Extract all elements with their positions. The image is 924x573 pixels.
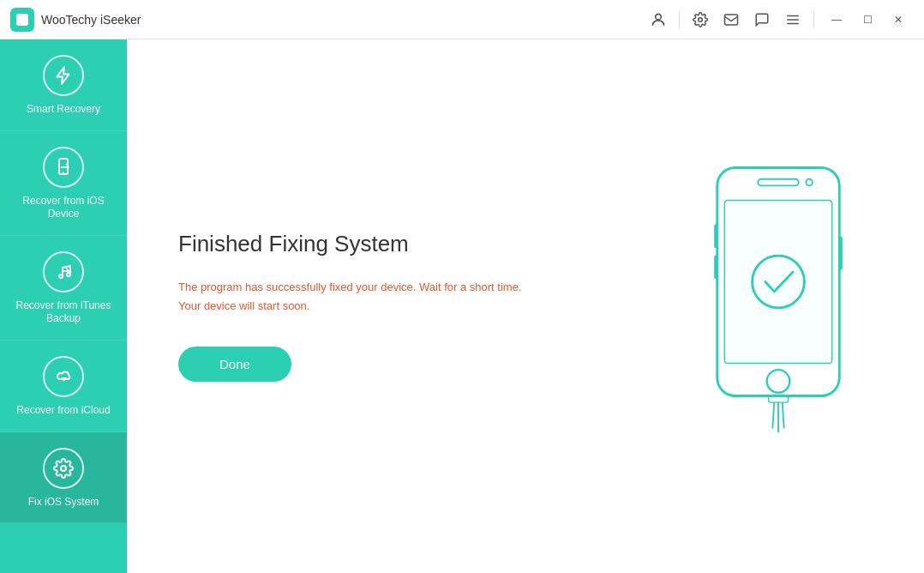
smart-recovery-label: Smart Recovery (27, 103, 100, 117)
maximize-button[interactable]: ☐ (852, 6, 883, 33)
menu-icon[interactable] (779, 6, 807, 33)
phone-illustration (684, 160, 873, 453)
recover-itunes-label: Recover from iTunes Backup (9, 299, 118, 326)
recover-icloud-icon-circle (43, 356, 84, 397)
sidebar-item-recover-itunes[interactable]: Recover from iTunes Backup (0, 236, 127, 341)
desc-line1: The program has successfully fixed your … (178, 280, 522, 293)
svg-point-10 (61, 466, 66, 471)
settings-icon[interactable] (687, 6, 714, 33)
done-button[interactable]: Done (178, 347, 291, 382)
titlebar-divider-1 (679, 11, 680, 28)
svg-rect-22 (715, 256, 717, 279)
main-layout: Smart Recovery Recover from iOS Device R… (0, 39, 924, 573)
app-logo (10, 8, 34, 32)
recover-ios-icon-circle (43, 147, 84, 188)
svg-line-18 (772, 402, 774, 428)
window-controls: — ☐ ✕ (821, 6, 914, 33)
desc-line2: Your device will start soon. (178, 299, 309, 312)
svg-point-2 (699, 17, 703, 21)
recover-icloud-label: Recover from iCloud (16, 404, 110, 418)
svg-point-1 (656, 14, 662, 20)
svg-point-9 (67, 273, 70, 276)
minimize-button[interactable]: — (821, 6, 852, 33)
fix-ios-label: Fix iOS System (28, 496, 99, 510)
close-button[interactable]: ✕ (883, 6, 914, 33)
titlebar-divider-2 (813, 11, 814, 28)
content-left: Finished Fixing System The program has s… (178, 231, 684, 382)
phone-svg (697, 160, 860, 453)
mail-icon[interactable] (717, 6, 745, 33)
svg-rect-21 (715, 225, 717, 248)
content-description: The program has successfully fixed your … (178, 278, 650, 316)
svg-line-19 (783, 402, 784, 428)
sidebar: Smart Recovery Recover from iOS Device R… (0, 39, 127, 573)
sidebar-item-smart-recovery[interactable]: Smart Recovery (0, 39, 127, 131)
sidebar-item-recover-icloud[interactable]: Recover from iCloud (0, 341, 127, 432)
svg-rect-14 (724, 201, 831, 364)
titlebar-icons: — ☐ ✕ (645, 6, 914, 33)
recover-itunes-icon-circle (43, 251, 84, 293)
page-title: Finished Fixing System (178, 231, 650, 257)
recover-ios-label: Recover from iOS Device (9, 195, 118, 221)
smart-recovery-icon-circle (43, 55, 84, 96)
svg-rect-0 (16, 14, 28, 26)
chat-icon[interactable] (748, 6, 776, 33)
titlebar: WooTechy iSeeker — ☐ ✕ (0, 0, 924, 39)
fix-ios-icon-circle (43, 448, 84, 489)
sidebar-item-recover-ios[interactable]: Recover from iOS Device (0, 131, 127, 236)
app-title: WooTechy iSeeker (41, 13, 645, 27)
svg-rect-23 (839, 237, 842, 269)
svg-rect-3 (725, 15, 738, 25)
account-icon[interactable] (645, 6, 672, 33)
sidebar-item-fix-ios[interactable]: Fix iOS System (0, 432, 127, 524)
content-area: Finished Fixing System The program has s… (127, 39, 924, 573)
